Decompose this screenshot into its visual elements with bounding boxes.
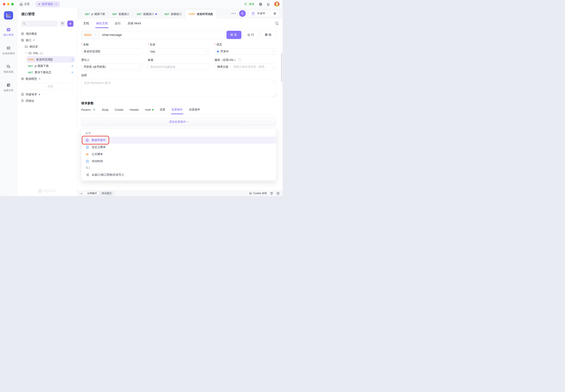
menu-section-import: 导入 xyxy=(81,165,276,171)
menu-item-custom-script[interactable]: 自定义脚本 xyxy=(81,144,276,151)
sidebar-item-apis[interactable]: 接口 ▼ xyxy=(19,37,75,43)
history-clock-icon[interactable] xyxy=(275,21,279,25)
theme-tshirt-icon[interactable] xyxy=(270,192,273,195)
run-button[interactable]: 运行 xyxy=(244,31,259,39)
sidebar-item-data-model[interactable]: 数据模型 ▼ xyxy=(19,76,75,82)
cookie-label: Cookie 管理 xyxy=(253,192,267,195)
sidebar-endpoint-yt-download[interactable]: GET yt 视频下载 xyxy=(26,63,75,69)
tab-advanced-mock[interactable]: 高级 Mock xyxy=(128,19,141,28)
help-circle-icon[interactable] xyxy=(276,192,280,195)
app-logo[interactable] xyxy=(4,11,13,19)
endpoint-editor: POST ˅ 保存 运行 删除 *名称 *目录 xyxy=(77,28,282,190)
settings-gear-icon[interactable] xyxy=(259,2,262,6)
request-params-heading: 请求参数 xyxy=(81,101,276,105)
doc-tab-new-api-1[interactable]: GET 新建接口 xyxy=(109,10,133,19)
more-tabs-icon[interactable]: ••• xyxy=(232,12,236,15)
rail-item-api-management[interactable]: 接口管理 xyxy=(3,28,14,37)
params-count-badge: 4 xyxy=(92,108,96,111)
new-data-model-button[interactable]: + 新建 xyxy=(25,83,73,90)
doc-tab-label: 发送对话消息 xyxy=(197,12,213,16)
field-owner: 责任人 乔的笑 (@乔的笑) ˅ xyxy=(81,58,143,70)
tab-edit-doc[interactable]: 修改文档 xyxy=(96,19,108,28)
field-service: 服务（前置URL）? 继承父级 跟随父级目录设置（推荐… ˅ xyxy=(215,58,276,70)
doc-mode-button[interactable]: 文档模式 xyxy=(85,191,99,195)
project-tab[interactable]: ✕ 练手项目 xyxy=(36,1,60,7)
directory-select[interactable]: Dify ˅ xyxy=(148,48,209,55)
chevron-down-icon: ˅ xyxy=(187,121,188,123)
rail-item-project-settings[interactable]: 项目设置 xyxy=(3,64,14,74)
tab-params[interactable]: Params4 xyxy=(81,108,96,114)
tab-pre-operations[interactable]: 前置操作 xyxy=(172,108,183,114)
url-input[interactable] xyxy=(99,31,224,39)
tab-settings[interactable]: 设置 xyxy=(160,108,165,114)
minimize-window-button[interactable] xyxy=(7,3,10,5)
home-button[interactable]: 主页 xyxy=(19,2,30,6)
tab-header[interactable]: Header xyxy=(129,108,139,114)
doc-tab-new-api-3[interactable]: GET 新建接口 xyxy=(161,10,185,19)
sidebar-item-recycle-bin[interactable]: 回收站 xyxy=(19,98,75,104)
doc-tab-new-api-2[interactable]: GET 新建接口 xyxy=(133,10,161,19)
sidebar-item-root-folder[interactable]: 根目录 xyxy=(23,43,75,50)
tab-cookie[interactable]: Cookie xyxy=(115,108,123,114)
close-window-button[interactable] xyxy=(3,3,5,5)
sidebar-item-quick-request[interactable]: 快捷请求 ▶ xyxy=(19,91,75,98)
sync-icon[interactable] xyxy=(239,10,246,17)
tab-run[interactable]: 运行 xyxy=(115,19,121,28)
tab-auth[interactable]: Auth xyxy=(145,108,154,114)
plus-icon: + xyxy=(45,85,47,88)
save-button[interactable]: 保存 xyxy=(226,31,241,39)
collapse-sidebar-icon[interactable]: « xyxy=(81,192,82,195)
menu-item-wait-time[interactable]: 等待时间 xyxy=(81,158,276,165)
tab-doc[interactable]: 文档 xyxy=(83,19,89,28)
new-button-label: 新建 xyxy=(48,84,53,88)
chevron-down-icon[interactable]: ▼ xyxy=(33,39,35,41)
description-textarea[interactable]: 支持 Markdown 格式 xyxy=(81,79,276,97)
sidebar-item-project-overview[interactable]: 项目概览 xyxy=(19,30,75,37)
close-project-icon[interactable]: ✕ xyxy=(38,3,41,6)
status-select[interactable]: 开发中 ˅ xyxy=(215,48,276,55)
menu-item-import-from-api[interactable]: 从接口/接口用例/目录导入 xyxy=(81,171,276,178)
nav-rail: 接口管理 自动化测试 项目设置 在线分享 xyxy=(0,8,17,196)
chevron-down-icon[interactable]: ▼ xyxy=(39,78,41,80)
zoom-window-button[interactable] xyxy=(11,3,14,5)
chevron-right-icon[interactable]: ▶ xyxy=(39,93,41,96)
owner-select[interactable]: 乔的笑 (@乔的笑) ˅ xyxy=(81,64,143,70)
tab-body[interactable]: Body xyxy=(102,108,109,114)
sidebar-endpoint-send-chat-message[interactable]: POST 发送对话消息 xyxy=(26,56,75,63)
expand-icon[interactable] xyxy=(272,81,274,83)
environment-select[interactable]: 开 开发环 ˅ xyxy=(249,10,270,17)
invite-button[interactable]: 邀请 xyxy=(244,2,254,6)
sidebar-item-dify-folder[interactable]: ˅ Dify (1) xyxy=(23,50,75,56)
user-avatar[interactable] xyxy=(274,1,280,7)
add-pre-operation-button[interactable]: 添加前置操作 ˅ xyxy=(81,118,276,126)
method-select[interactable]: POST ˅ xyxy=(81,31,99,39)
doc-tab-yt-download[interactable]: GET yt 视频下载 xyxy=(81,10,109,19)
debug-mode-button[interactable]: 调试模式 xyxy=(99,191,113,195)
name-input[interactable] xyxy=(84,50,140,53)
notifications-bell-icon[interactable] xyxy=(266,2,270,6)
hamburger-menu-icon[interactable] xyxy=(270,10,279,17)
field-name: *名称 xyxy=(81,43,143,55)
cookie-manager-button[interactable]: Cookie 管理 xyxy=(249,192,267,195)
external-link-icon[interactable] xyxy=(55,3,57,6)
search-box[interactable] xyxy=(21,21,58,27)
tab-post-operations[interactable]: 后置操作 xyxy=(189,108,200,114)
help-icon[interactable]: ? xyxy=(238,58,241,61)
menu-item-public-script[interactable]: fx 公共脚本 xyxy=(81,151,276,158)
doc-tab-send-chat-message[interactable]: POST 发送对话消息 xyxy=(185,10,217,19)
api-tree: 项目概览 接口 ▼ 根目录 ˅ Dify (1) xyxy=(17,30,77,105)
rail-item-online-share[interactable]: 在线分享 xyxy=(3,83,14,92)
rail-item-automation-test[interactable]: 自动化测试 xyxy=(2,46,15,55)
sidebar-endpoint-query-status[interactable]: GET 查询下载状态 xyxy=(26,69,75,76)
add-new-button[interactable]: + xyxy=(67,21,73,27)
filter-button[interactable] xyxy=(59,21,66,27)
menu-item-database-operation[interactable]: 数据库操作 xyxy=(81,137,276,144)
resize-grip[interactable] xyxy=(273,95,276,96)
chevron-expanded-icon[interactable]: ˅ xyxy=(25,52,27,54)
delete-button[interactable]: 删除 xyxy=(261,31,276,39)
scrollbar-thumb[interactable] xyxy=(281,53,282,82)
search-input[interactable] xyxy=(27,22,56,25)
tags-input[interactable] xyxy=(150,65,207,69)
status-footer: « 文档模式 调试模式 Cookie 管理 xyxy=(77,190,282,196)
service-select[interactable]: 继承父级 跟随父级目录设置（推荐… ˅ xyxy=(215,64,276,70)
